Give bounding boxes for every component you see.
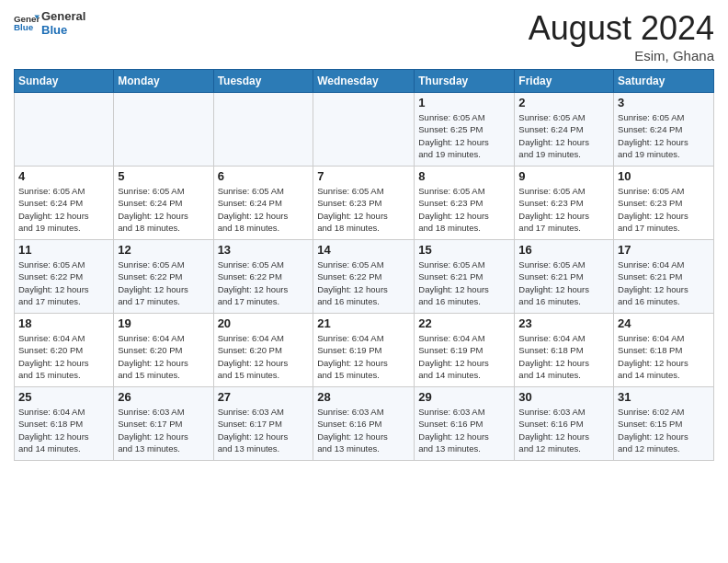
- month-year: August 2024: [529, 9, 714, 48]
- day-number: 22: [418, 316, 510, 330]
- calendar-cell: 8Sunrise: 6:05 AM Sunset: 6:23 PM Daylig…: [415, 167, 515, 240]
- day-info: Sunrise: 6:02 AM Sunset: 6:15 PM Dayligh…: [618, 406, 710, 454]
- calendar-cell: 13Sunrise: 6:05 AM Sunset: 6:22 PM Dayli…: [213, 240, 313, 314]
- day-info: Sunrise: 6:05 AM Sunset: 6:23 PM Dayligh…: [317, 185, 410, 234]
- header-day-sunday: Sunday: [15, 70, 114, 93]
- header: General Blue General Blue August 2024 Es…: [14, 9, 714, 63]
- day-number: 30: [518, 390, 609, 404]
- day-info: Sunrise: 6:05 AM Sunset: 6:24 PM Dayligh…: [618, 111, 710, 160]
- calendar-cell: 28Sunrise: 6:03 AM Sunset: 6:16 PM Dayli…: [313, 387, 415, 461]
- day-number: 16: [518, 243, 609, 257]
- day-info: Sunrise: 6:04 AM Sunset: 6:20 PM Dayligh…: [18, 332, 109, 381]
- day-info: Sunrise: 6:05 AM Sunset: 6:24 PM Dayligh…: [518, 111, 609, 160]
- header-day-thursday: Thursday: [415, 70, 515, 93]
- calendar-cell: 27Sunrise: 6:03 AM Sunset: 6:17 PM Dayli…: [213, 387, 313, 461]
- calendar-cell: 29Sunrise: 6:03 AM Sunset: 6:16 PM Dayli…: [415, 387, 515, 461]
- day-number: 20: [218, 316, 310, 330]
- week-row-1: 1Sunrise: 6:05 AM Sunset: 6:25 PM Daylig…: [15, 93, 714, 167]
- logo: General Blue General Blue: [14, 9, 85, 37]
- day-info: Sunrise: 6:05 AM Sunset: 6:21 PM Dayligh…: [418, 259, 510, 307]
- day-info: Sunrise: 6:05 AM Sunset: 6:21 PM Dayligh…: [518, 259, 609, 307]
- week-row-5: 25Sunrise: 6:04 AM Sunset: 6:18 PM Dayli…: [15, 387, 714, 461]
- day-info: Sunrise: 6:04 AM Sunset: 6:18 PM Dayligh…: [518, 332, 609, 381]
- svg-text:Blue: Blue: [14, 22, 34, 32]
- calendar-cell: 16Sunrise: 6:05 AM Sunset: 6:21 PM Dayli…: [515, 240, 614, 314]
- calendar-cell: 14Sunrise: 6:05 AM Sunset: 6:22 PM Dayli…: [313, 240, 415, 314]
- header-row: SundayMondayTuesdayWednesdayThursdayFrid…: [15, 70, 714, 93]
- day-number: 21: [317, 316, 410, 330]
- day-number: 26: [118, 390, 209, 404]
- day-info: Sunrise: 6:05 AM Sunset: 6:24 PM Dayligh…: [218, 185, 310, 234]
- calendar-cell: 2Sunrise: 6:05 AM Sunset: 6:24 PM Daylig…: [515, 93, 614, 167]
- header-day-monday: Monday: [114, 70, 213, 93]
- day-number: 12: [118, 243, 209, 257]
- day-info: Sunrise: 6:04 AM Sunset: 6:18 PM Dayligh…: [618, 332, 710, 381]
- calendar-cell: 18Sunrise: 6:04 AM Sunset: 6:20 PM Dayli…: [15, 314, 114, 387]
- day-number: 3: [618, 96, 710, 109]
- day-number: 9: [518, 169, 609, 183]
- day-number: 14: [317, 243, 410, 257]
- calendar-cell: 15Sunrise: 6:05 AM Sunset: 6:21 PM Dayli…: [415, 240, 515, 314]
- calendar-cell: [213, 93, 313, 167]
- calendar-cell: 3Sunrise: 6:05 AM Sunset: 6:24 PM Daylig…: [614, 93, 714, 167]
- calendar-table: SundayMondayTuesdayWednesdayThursdayFrid…: [14, 69, 714, 461]
- calendar-cell: [114, 93, 213, 167]
- day-info: Sunrise: 6:05 AM Sunset: 6:22 PM Dayligh…: [118, 259, 209, 307]
- day-number: 11: [18, 243, 109, 257]
- calendar-cell: 25Sunrise: 6:04 AM Sunset: 6:18 PM Dayli…: [15, 387, 114, 461]
- day-info: Sunrise: 6:04 AM Sunset: 6:20 PM Dayligh…: [118, 332, 209, 381]
- day-number: 15: [418, 243, 510, 257]
- week-row-4: 18Sunrise: 6:04 AM Sunset: 6:20 PM Dayli…: [15, 314, 714, 387]
- logo-icon: General Blue: [14, 10, 40, 36]
- day-number: 6: [218, 169, 310, 183]
- calendar-cell: 21Sunrise: 6:04 AM Sunset: 6:19 PM Dayli…: [313, 314, 415, 387]
- day-number: 23: [518, 316, 609, 330]
- day-number: 27: [218, 390, 310, 404]
- header-day-wednesday: Wednesday: [313, 70, 415, 93]
- day-number: 2: [518, 96, 609, 109]
- day-number: 17: [618, 243, 710, 257]
- calendar-cell: 1Sunrise: 6:05 AM Sunset: 6:25 PM Daylig…: [415, 93, 515, 167]
- day-number: 25: [18, 390, 109, 404]
- calendar-cell: 23Sunrise: 6:04 AM Sunset: 6:18 PM Dayli…: [515, 314, 614, 387]
- day-number: 7: [317, 169, 410, 183]
- location: Esim, Ghana: [529, 48, 714, 63]
- day-info: Sunrise: 6:04 AM Sunset: 6:19 PM Dayligh…: [418, 332, 510, 381]
- header-day-tuesday: Tuesday: [213, 70, 313, 93]
- day-number: 8: [418, 169, 510, 183]
- title-area: August 2024 Esim, Ghana: [529, 9, 714, 63]
- week-row-2: 4Sunrise: 6:05 AM Sunset: 6:24 PM Daylig…: [15, 167, 714, 240]
- day-info: Sunrise: 6:05 AM Sunset: 6:22 PM Dayligh…: [317, 259, 410, 307]
- calendar-cell: [313, 93, 415, 167]
- day-info: Sunrise: 6:04 AM Sunset: 6:21 PM Dayligh…: [618, 259, 710, 307]
- day-info: Sunrise: 6:05 AM Sunset: 6:23 PM Dayligh…: [618, 185, 710, 234]
- day-info: Sunrise: 6:03 AM Sunset: 6:16 PM Dayligh…: [518, 406, 609, 454]
- calendar-cell: 24Sunrise: 6:04 AM Sunset: 6:18 PM Dayli…: [614, 314, 714, 387]
- day-number: 18: [18, 316, 109, 330]
- calendar-cell: 11Sunrise: 6:05 AM Sunset: 6:22 PM Dayli…: [15, 240, 114, 314]
- calendar-cell: 10Sunrise: 6:05 AM Sunset: 6:23 PM Dayli…: [614, 167, 714, 240]
- day-info: Sunrise: 6:05 AM Sunset: 6:25 PM Dayligh…: [418, 111, 510, 160]
- day-number: 13: [218, 243, 310, 257]
- calendar-cell: [15, 93, 114, 167]
- calendar-cell: 9Sunrise: 6:05 AM Sunset: 6:23 PM Daylig…: [515, 167, 614, 240]
- calendar-cell: 12Sunrise: 6:05 AM Sunset: 6:22 PM Dayli…: [114, 240, 213, 314]
- day-info: Sunrise: 6:04 AM Sunset: 6:18 PM Dayligh…: [18, 406, 109, 454]
- calendar-cell: 26Sunrise: 6:03 AM Sunset: 6:17 PM Dayli…: [114, 387, 213, 461]
- calendar-cell: 17Sunrise: 6:04 AM Sunset: 6:21 PM Dayli…: [614, 240, 714, 314]
- header-day-saturday: Saturday: [614, 70, 714, 93]
- day-number: 4: [18, 169, 109, 183]
- day-number: 19: [118, 316, 209, 330]
- day-info: Sunrise: 6:03 AM Sunset: 6:17 PM Dayligh…: [118, 406, 209, 454]
- calendar-cell: 4Sunrise: 6:05 AM Sunset: 6:24 PM Daylig…: [15, 167, 114, 240]
- calendar-cell: 31Sunrise: 6:02 AM Sunset: 6:15 PM Dayli…: [614, 387, 714, 461]
- header-day-friday: Friday: [515, 70, 614, 93]
- day-info: Sunrise: 6:03 AM Sunset: 6:16 PM Dayligh…: [418, 406, 510, 454]
- day-info: Sunrise: 6:05 AM Sunset: 6:24 PM Dayligh…: [18, 185, 109, 234]
- calendar-cell: 5Sunrise: 6:05 AM Sunset: 6:24 PM Daylig…: [114, 167, 213, 240]
- calendar-cell: 30Sunrise: 6:03 AM Sunset: 6:16 PM Dayli…: [515, 387, 614, 461]
- calendar-cell: 19Sunrise: 6:04 AM Sunset: 6:20 PM Dayli…: [114, 314, 213, 387]
- calendar-cell: 6Sunrise: 6:05 AM Sunset: 6:24 PM Daylig…: [213, 167, 313, 240]
- day-number: 29: [418, 390, 510, 404]
- day-info: Sunrise: 6:03 AM Sunset: 6:17 PM Dayligh…: [218, 406, 310, 454]
